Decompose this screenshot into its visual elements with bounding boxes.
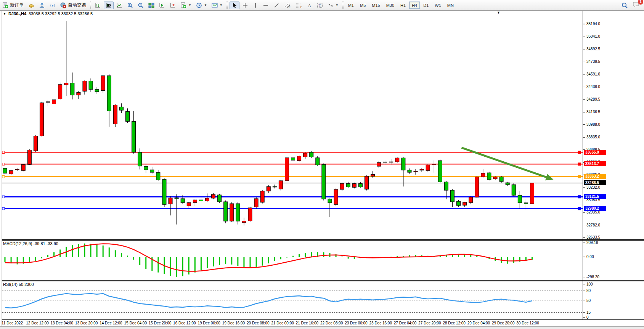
line-handle-marker[interactable] bbox=[2, 207, 5, 210]
candle-body[interactable] bbox=[304, 153, 307, 157]
line-handle-marker[interactable] bbox=[2, 196, 5, 198]
trendline-button[interactable] bbox=[271, 2, 281, 9]
candle-body[interactable] bbox=[205, 198, 209, 201]
chart-canvas[interactable] bbox=[0, 0, 644, 329]
line-handle-marker[interactable] bbox=[2, 163, 5, 165]
candle-body[interactable] bbox=[3, 169, 7, 173]
timeframe-button-M1[interactable]: M1 bbox=[345, 2, 357, 9]
fibonacci-button[interactable]: F bbox=[294, 2, 304, 9]
candle-body[interactable] bbox=[236, 204, 240, 221]
candle-body[interactable] bbox=[144, 166, 148, 170]
candle-body[interactable] bbox=[438, 160, 442, 182]
candle-body[interactable] bbox=[426, 165, 430, 170]
candle-body[interactable] bbox=[450, 190, 454, 202]
candle-body[interactable] bbox=[218, 195, 222, 202]
candle-body[interactable] bbox=[83, 81, 87, 91]
search-icon[interactable] bbox=[621, 2, 628, 9]
candle-body[interactable] bbox=[46, 102, 50, 103]
line-handle-marker[interactable] bbox=[2, 175, 5, 178]
timeframe-button-D1[interactable]: D1 bbox=[421, 2, 431, 9]
auto-scroll-button[interactable] bbox=[157, 2, 167, 9]
candle-body[interactable] bbox=[169, 198, 172, 204]
candle-body[interactable] bbox=[150, 170, 154, 172]
bar-chart-button[interactable] bbox=[93, 2, 103, 9]
candle-body[interactable] bbox=[377, 162, 381, 166]
candle-body[interactable] bbox=[212, 194, 215, 198]
candle-body[interactable] bbox=[506, 183, 509, 185]
candle-body[interactable] bbox=[181, 199, 185, 202]
candle-body[interactable] bbox=[358, 184, 362, 187]
candle-body[interactable] bbox=[162, 180, 166, 205]
crosshair-button[interactable] bbox=[240, 2, 250, 9]
line-handle-marker[interactable] bbox=[578, 151, 581, 154]
chart-shift-button[interactable] bbox=[168, 2, 178, 9]
candle-body[interactable] bbox=[487, 173, 491, 180]
candle-body[interactable] bbox=[414, 171, 418, 172]
candle-body[interactable] bbox=[119, 107, 123, 110]
candle-body[interactable] bbox=[273, 186, 276, 187]
candle-body[interactable] bbox=[475, 177, 479, 197]
candle-body[interactable] bbox=[95, 90, 99, 92]
candlestick-chart-button[interactable] bbox=[104, 2, 114, 9]
horizontal-line-button[interactable] bbox=[261, 2, 271, 9]
line-handle-marker[interactable] bbox=[578, 207, 581, 210]
candle-body[interactable] bbox=[193, 200, 197, 202]
timeframe-button-W1[interactable]: W1 bbox=[432, 2, 444, 9]
candle-body[interactable] bbox=[138, 152, 142, 166]
timeframe-button-M30[interactable]: M30 bbox=[384, 2, 397, 9]
line-handle-marker[interactable] bbox=[578, 175, 581, 178]
candle-body[interactable] bbox=[444, 182, 448, 190]
candle-body[interactable] bbox=[15, 169, 19, 170]
candle-body[interactable] bbox=[340, 183, 344, 189]
new-order-button[interactable]: 新订单 bbox=[0, 2, 26, 9]
candle-body[interactable] bbox=[291, 158, 295, 160]
candle-body[interactable] bbox=[371, 175, 375, 177]
candle-body[interactable] bbox=[310, 152, 313, 157]
scrollbar-collapse-icon[interactable]: ▼ bbox=[497, 11, 500, 14]
candle-body[interactable] bbox=[512, 185, 516, 195]
candle-body[interactable] bbox=[254, 199, 258, 207]
candle-body[interactable] bbox=[267, 186, 270, 191]
candle-body[interactable] bbox=[389, 162, 393, 162]
cursor-button[interactable] bbox=[230, 2, 239, 9]
candle-body[interactable] bbox=[175, 198, 178, 199]
profile-button[interactable] bbox=[37, 2, 47, 9]
line-handle-marker[interactable] bbox=[578, 163, 581, 165]
candle-body[interactable] bbox=[156, 172, 160, 180]
market-watch-button[interactable] bbox=[26, 2, 36, 9]
candle-body[interactable] bbox=[40, 103, 43, 136]
zoom-in-button[interactable] bbox=[125, 2, 135, 9]
toolbar-grip[interactable] bbox=[342, 2, 344, 9]
candle-body[interactable] bbox=[383, 162, 387, 162]
candle-body[interactable] bbox=[365, 176, 368, 189]
candle-body[interactable] bbox=[297, 156, 301, 160]
candle-body[interactable] bbox=[230, 204, 234, 221]
text-button[interactable]: A bbox=[305, 2, 314, 9]
candle-body[interactable] bbox=[408, 170, 411, 172]
candle-body[interactable] bbox=[248, 208, 252, 221]
candle-body[interactable] bbox=[242, 221, 246, 223]
indicators-button[interactable]: ▼ bbox=[178, 2, 193, 9]
candle-body[interactable] bbox=[481, 173, 485, 177]
candle-body[interactable] bbox=[89, 81, 93, 90]
chart-title[interactable]: ▼ DJ30-,H4 33038.5 33292.5 33032.5 33286… bbox=[3, 11, 93, 16]
candle-body[interactable] bbox=[499, 177, 503, 181]
window-splitter[interactable] bbox=[0, 10, 2, 329]
candle-body[interactable] bbox=[126, 111, 130, 121]
arrows-button[interactable]: ▼ bbox=[326, 2, 340, 9]
candle-body[interactable] bbox=[9, 170, 13, 174]
text-label-button[interactable]: T bbox=[315, 2, 325, 9]
candle-body[interactable] bbox=[279, 181, 283, 189]
candle-body[interactable] bbox=[27, 150, 31, 164]
candle-body[interactable] bbox=[322, 164, 326, 199]
candle-body[interactable] bbox=[132, 121, 136, 152]
toolbar-grip[interactable] bbox=[226, 2, 228, 9]
candle-body[interactable] bbox=[524, 203, 528, 204]
candle-body[interactable] bbox=[34, 136, 37, 151]
timeframe-button-H4[interactable]: H4 bbox=[409, 2, 420, 9]
line-chart-button[interactable] bbox=[114, 2, 124, 9]
timeframe-button-MN[interactable]: MN bbox=[445, 2, 456, 9]
timeframe-button-M15[interactable]: M15 bbox=[369, 2, 382, 9]
candle-body[interactable] bbox=[328, 199, 332, 203]
candle-body[interactable] bbox=[199, 200, 203, 201]
